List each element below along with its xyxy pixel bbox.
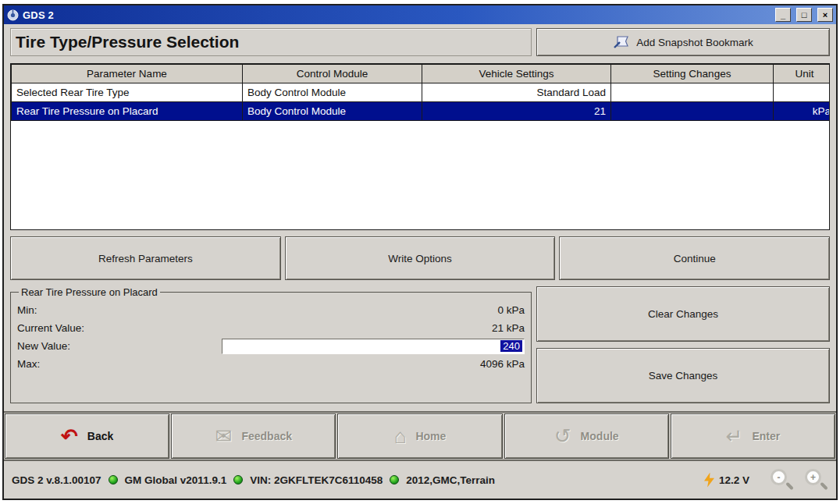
enter-label: Enter xyxy=(752,430,780,442)
navigation-bar: ↶ Back ✉ Feedback ⌂ Home ↺ Module ↵ Ente… xyxy=(4,411,836,460)
status-bar: GDS 2 v.8.1.00107 GM Global v2011.9.1 VI… xyxy=(4,460,836,499)
max-row: Max: 4096 kPa xyxy=(17,355,525,373)
gds2-window: GDS 2 _ □ × Tire Type/Pressure Selection… xyxy=(2,4,838,500)
software-version: GM Global v2011.9.1 xyxy=(125,474,227,486)
detail-section: Rear Tire Pressure on Placard Min: 0 kPa… xyxy=(10,286,830,403)
app-icon xyxy=(7,9,19,21)
cell-unit: kPa xyxy=(774,102,831,121)
new-value-selected-text: 240 xyxy=(500,340,522,352)
col-setting-changes: Setting Changes xyxy=(611,65,774,83)
enter-button: ↵ Enter xyxy=(671,413,835,459)
cell-changes xyxy=(611,102,774,121)
parameter-detail-title: Rear Tire Pressure on Placard xyxy=(19,286,160,298)
current-value-row: Current Value: 21 kPa xyxy=(17,319,525,337)
col-parameter-name: Parameter Name xyxy=(12,65,243,83)
current-value-label: Current Value: xyxy=(17,322,84,334)
col-control-module: Control Module xyxy=(243,65,422,83)
new-value-label: New Value: xyxy=(17,340,70,352)
feedback-label: Feedback xyxy=(241,430,292,442)
titlebar: GDS 2 _ □ × xyxy=(4,5,836,24)
back-icon: ↶ xyxy=(61,426,78,446)
title-panel: Tire Type/Pressure Selection xyxy=(10,28,532,56)
voltage-value: 12.2 V xyxy=(719,474,749,486)
minimize-button[interactable]: _ xyxy=(775,8,791,22)
cell-setting: Standard Load xyxy=(422,83,611,102)
status-led-icon xyxy=(109,475,118,484)
enter-icon: ↵ xyxy=(726,426,743,446)
save-changes-button[interactable]: Save Changes xyxy=(536,348,830,403)
page-title: Tire Type/Pressure Selection xyxy=(16,33,239,51)
maximize-button[interactable]: □ xyxy=(796,8,812,22)
voltage-bolt-icon xyxy=(704,473,714,488)
table-header-row: Parameter Name Control Module Vehicle Se… xyxy=(12,65,831,83)
cell-parameter: Rear Tire Pressure on Placard xyxy=(12,102,243,121)
module-icon: ↺ xyxy=(554,426,571,446)
continue-button[interactable]: Continue xyxy=(559,236,830,280)
max-value: 4096 kPa xyxy=(480,358,525,370)
voltage-indicator: 12.2 V xyxy=(704,473,749,488)
current-value: 21 kPa xyxy=(492,322,525,334)
detail-buttons: Clear Changes Save Changes xyxy=(536,286,830,403)
new-value-row: New Value: 240 xyxy=(17,337,525,355)
zoom-controls: - + xyxy=(771,469,828,491)
bookmark-label: Add Snapshot Bookmark xyxy=(636,37,753,48)
table-row-selected[interactable]: Rear Tire Pressure on Placard Body Contr… xyxy=(12,102,831,121)
module-button: ↺ Module xyxy=(504,413,669,459)
window-title: GDS 2 xyxy=(23,9,770,21)
zoom-in-icon[interactable]: + xyxy=(805,469,828,491)
cell-unit xyxy=(774,83,831,102)
min-label: Min: xyxy=(17,304,37,316)
refresh-parameters-button[interactable]: Refresh Parameters xyxy=(10,236,281,280)
home-button: ⌂ Home xyxy=(337,413,502,459)
col-vehicle-settings: Vehicle Settings xyxy=(422,65,611,83)
min-value: 0 kPa xyxy=(497,304,525,316)
header: Tire Type/Pressure Selection Add Snapsho… xyxy=(4,24,836,60)
parameter-table: Parameter Name Control Module Vehicle Se… xyxy=(11,64,830,121)
parameter-detail-box: Rear Tire Pressure on Placard Min: 0 kPa… xyxy=(10,286,532,403)
write-options-button[interactable]: Write Options xyxy=(285,236,556,280)
clear-changes-button[interactable]: Clear Changes xyxy=(536,286,830,342)
parameter-table-panel: Parameter Name Control Module Vehicle Se… xyxy=(10,63,830,230)
cell-module: Body Control Module xyxy=(243,102,422,121)
module-label: Module xyxy=(581,430,619,442)
back-label: Back xyxy=(87,430,113,442)
bookmark-icon xyxy=(613,35,630,49)
home-icon: ⌂ xyxy=(394,426,407,446)
action-button-row: Refresh Parameters Write Options Continu… xyxy=(10,236,830,280)
cell-changes xyxy=(611,83,774,102)
new-value-input[interactable]: 240 xyxy=(222,339,525,354)
status-led-icon xyxy=(390,475,399,484)
close-button[interactable]: × xyxy=(817,8,833,22)
min-row: Min: 0 kPa xyxy=(17,301,525,319)
max-label: Max: xyxy=(17,358,40,370)
cell-module: Body Control Module xyxy=(243,83,422,102)
zoom-out-icon[interactable]: - xyxy=(771,469,794,491)
cell-setting: 21 xyxy=(422,102,611,121)
cell-parameter: Selected Rear Tire Type xyxy=(12,83,243,102)
table-row[interactable]: Selected Rear Tire Type Body Control Mod… xyxy=(12,83,831,102)
app-version: GDS 2 v.8.1.00107 xyxy=(12,474,101,486)
feedback-button: ✉ Feedback xyxy=(171,413,336,459)
vehicle-description: 2012,GMC,Terrain xyxy=(406,474,495,486)
vin-value: VIN: 2GKFLTEK7C6110458 xyxy=(250,474,383,486)
back-button[interactable]: ↶ Back xyxy=(5,413,169,459)
col-unit: Unit xyxy=(774,65,831,83)
add-snapshot-bookmark-button[interactable]: Add Snapshot Bookmark xyxy=(536,28,830,56)
home-label: Home xyxy=(415,430,446,442)
status-led-icon xyxy=(233,475,243,484)
feedback-icon: ✉ xyxy=(215,426,233,446)
